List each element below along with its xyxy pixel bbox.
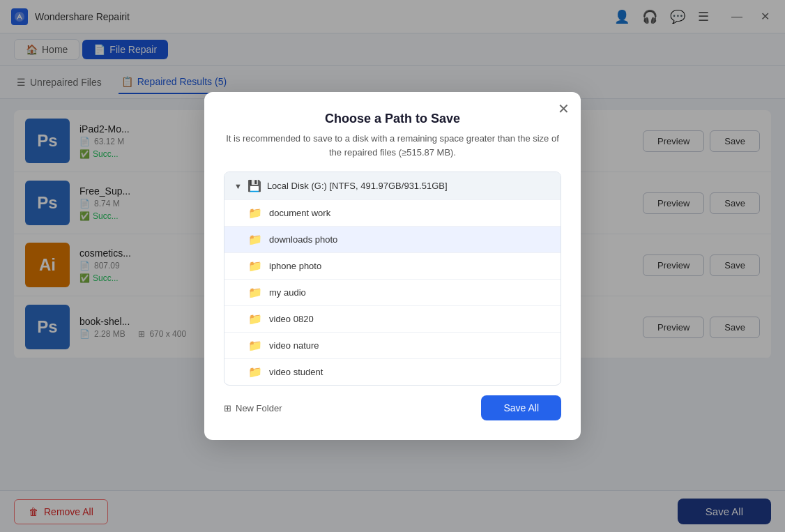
disk-icon: 💾	[247, 179, 261, 192]
list-item[interactable]: 📁 my audio	[224, 279, 561, 305]
list-item[interactable]: 📁 video nature	[224, 332, 561, 358]
folder-name: video nature	[269, 340, 319, 351]
folder-name: document work	[269, 208, 330, 218]
modal-title: Choose a Path to Save	[224, 112, 561, 126]
disk-label: Local Disk (G:) [NTFS, 491.97GB/931.51GB…	[267, 181, 448, 191]
disk-arrow-icon: ▼	[234, 182, 242, 190]
folder-name: my audio	[269, 287, 306, 298]
folder-icon: 📁	[248, 206, 262, 220]
save-path-modal: ✕ Choose a Path to Save It is recommende…	[204, 92, 581, 440]
folder-name: downloads photo	[269, 234, 337, 245]
folder-icon: 📁	[248, 259, 262, 273]
new-folder-label: New Folder	[236, 403, 282, 413]
folder-name: iphone photo	[269, 261, 321, 271]
modal-footer: ⊞ New Folder Save All	[224, 395, 561, 420]
modal-subtitle: It is recommended to save to a disk with…	[224, 132, 561, 159]
folder-icon: 📁	[248, 339, 262, 352]
disk-item[interactable]: ▼ 💾 Local Disk (G:) [NTFS, 491.97GB/931.…	[224, 172, 561, 199]
folder-icon: 📁	[248, 365, 262, 379]
modal-save-all-button[interactable]: Save All	[481, 395, 561, 420]
modal-overlay: ✕ Choose a Path to Save It is recommende…	[0, 0, 785, 532]
folder-tree: ▼ 💾 Local Disk (G:) [NTFS, 491.97GB/931.…	[224, 172, 561, 386]
list-item[interactable]: 📁 video 0820	[224, 305, 561, 332]
new-folder-button[interactable]: ⊞ New Folder	[224, 403, 282, 413]
folder-icon: 📁	[248, 312, 262, 326]
folder-icon: 📁	[248, 286, 262, 299]
modal-close-button[interactable]: ✕	[558, 102, 570, 116]
list-item[interactable]: 📁 iphone photo	[224, 252, 561, 279]
list-item[interactable]: 📁 video student	[224, 358, 561, 385]
folder-name: video 0820	[269, 314, 314, 324]
add-folder-icon: ⊞	[224, 403, 231, 413]
folder-list: 📁 document work 📁 downloads photo 📁 ipho…	[224, 199, 561, 385]
list-item[interactable]: 📁 document work	[224, 199, 561, 226]
list-item[interactable]: 📁 downloads photo	[224, 226, 561, 252]
folder-icon: 📁	[248, 233, 262, 246]
folder-name: video student	[269, 367, 323, 377]
